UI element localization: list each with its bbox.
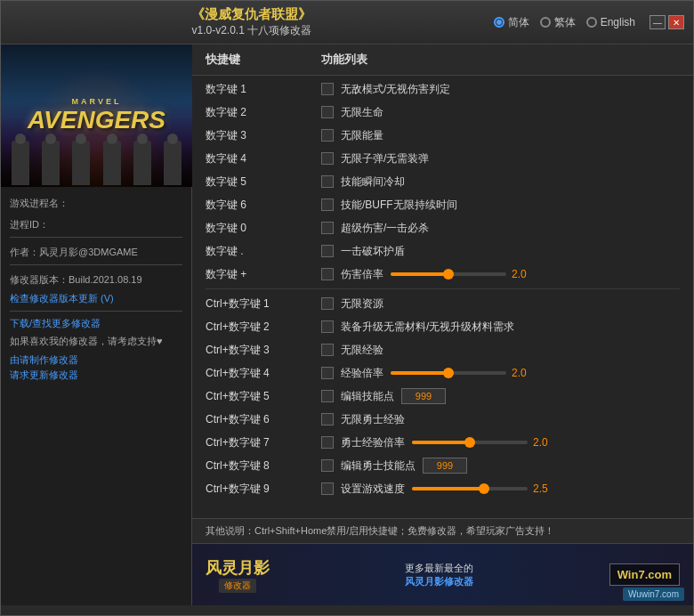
- table-row: Ctrl+数字键 6无限勇士经验: [192, 408, 693, 431]
- divider-1: [10, 237, 182, 238]
- hotkey-cell-8: 数字键 +: [206, 267, 321, 282]
- func-text-15: 无限勇士经验: [341, 412, 405, 427]
- banner-logo: 风灵月影 修改器: [206, 557, 270, 593]
- make-link[interactable]: 由请制作修改器: [10, 353, 182, 367]
- update-link[interactable]: 请求更新修改器: [10, 369, 182, 382]
- banner-ad-text: 更多最新最全的 风灵月影修改器: [283, 562, 596, 588]
- hotkey-cell-2: 数字键 3: [206, 128, 321, 143]
- table-row: Ctrl+数字键 7勇士经验倍率2.0: [192, 431, 693, 454]
- author-info: 作者：风灵月影@3DMGAME: [10, 243, 182, 259]
- hotkey-cell-12: Ctrl+数字键 3: [206, 343, 321, 358]
- func-cell-6: 超级伤害/一击必杀: [321, 221, 680, 236]
- slider-fill-8: [391, 272, 448, 276]
- radio-traditional-dot: [540, 17, 551, 28]
- checkbox-15[interactable]: [321, 413, 334, 426]
- avengers-logo: MARVEL AVENGERS: [28, 97, 165, 134]
- check-update-link[interactable]: 检查修改器版本更新 (V): [10, 292, 182, 305]
- minimize-button[interactable]: —: [650, 15, 666, 29]
- slider-container-16: 2.0: [412, 436, 555, 449]
- hotkey-cell-1: 数字键 2: [206, 105, 321, 120]
- slider-track-13[interactable]: [391, 371, 506, 375]
- lang-controls: 简体 繁体 English — ✕: [494, 15, 684, 30]
- table-row: 数字键 0超级伤害/一击必杀: [192, 216, 693, 239]
- slider-track-8[interactable]: [391, 272, 506, 276]
- footer-note-text: 其他说明：Ctrl+Shift+Home禁用/启用快捷键；免费修改器，希望玩家广…: [206, 525, 554, 536]
- hotkey-cell-6: 数字键 0: [206, 221, 321, 236]
- game-image: MARVEL AVENGERS: [1, 45, 192, 187]
- checkbox-3[interactable]: [321, 152, 334, 165]
- func-cell-18: 设置游戏速度2.5: [321, 482, 680, 497]
- table-row: 数字键 4无限子弹/无需装弹: [192, 147, 693, 170]
- check-update: 检查修改器版本更新 (V): [10, 292, 182, 305]
- footer-note: 其他说明：Ctrl+Shift+Home禁用/启用快捷键；免费修改器，希望玩家广…: [192, 518, 693, 543]
- lang-radio-group: 简体 繁体 English: [494, 15, 635, 30]
- checkbox-2[interactable]: [321, 129, 334, 142]
- col-func-header: 功能列表: [321, 52, 680, 68]
- input-checkbox-17[interactable]: [321, 459, 334, 472]
- process-info: 游戏进程名：: [10, 194, 182, 210]
- slider-thumb-8[interactable]: [443, 269, 454, 280]
- slider-checkbox-18[interactable]: [321, 482, 334, 495]
- checkbox-10[interactable]: [321, 297, 334, 310]
- func-cell-5: 技能/BUFF无限持续时间: [321, 198, 680, 213]
- lang-traditional[interactable]: 繁体: [540, 15, 576, 30]
- lang-english[interactable]: English: [586, 16, 635, 28]
- slider-label-18: 设置游戏速度: [341, 482, 405, 497]
- func-text-3: 无限子弹/无需装弹: [341, 151, 429, 166]
- table-row: Ctrl+数字键 3无限经验: [192, 338, 693, 361]
- input-checkbox-14[interactable]: [321, 390, 334, 402]
- hotkey-cell-10: Ctrl+数字键 1: [206, 296, 321, 312]
- row-separator-9: [206, 288, 680, 289]
- table-row: 数字键 5技能瞬间冷却: [192, 170, 693, 193]
- slider-fill-16: [412, 441, 470, 444]
- slider-thumb-13[interactable]: [443, 368, 454, 378]
- lang-english-label: English: [601, 16, 635, 28]
- checkbox-4[interactable]: [321, 175, 334, 188]
- slider-track-18[interactable]: [412, 487, 528, 490]
- slider-thumb-16[interactable]: [464, 437, 475, 448]
- slider-track-16[interactable]: [412, 441, 528, 444]
- banner-ad-line2: 风灵月影修改器: [283, 575, 596, 588]
- wuwin-badge: Wuwin7.com: [623, 588, 684, 601]
- wuwin-text: Wuwin7.com: [628, 589, 679, 599]
- hero-3: [72, 141, 90, 185]
- slider-thumb-18[interactable]: [479, 483, 489, 494]
- marvel-text: MARVEL: [28, 97, 165, 106]
- slider-container-8: 2.0: [391, 268, 534, 280]
- func-cell-16: 勇士经验倍率2.0: [321, 435, 680, 450]
- input-field-14[interactable]: [401, 388, 446, 404]
- checkbox-0[interactable]: [321, 83, 334, 95]
- close-button[interactable]: ✕: [668, 15, 684, 29]
- table-row: 数字键 .一击破坏护盾: [192, 239, 693, 263]
- banner-logo-sub: 修改器: [219, 579, 256, 593]
- hero-1: [12, 141, 29, 185]
- hotkey-cell-5: 数字键 6: [206, 198, 321, 213]
- info-section: 游戏进程名： 进程ID： 作者：风灵月影@3DMGAME 修改器版本：Build…: [1, 187, 191, 605]
- slider-value-16: 2.0: [533, 436, 555, 449]
- checkbox-11[interactable]: [321, 320, 334, 333]
- download-link[interactable]: 下载/查找更多修改器: [10, 317, 182, 330]
- slider-checkbox-16[interactable]: [321, 436, 334, 449]
- hero-2: [42, 141, 60, 185]
- func-cell-12: 无限经验: [321, 343, 680, 358]
- hotkey-cell-7: 数字键 .: [206, 244, 321, 259]
- func-cell-0: 无敌模式/无视伤害判定: [321, 82, 680, 97]
- checkbox-6[interactable]: [321, 222, 334, 234]
- checkbox-1[interactable]: [321, 106, 334, 118]
- hotkey-cell-13: Ctrl+数字键 4: [206, 366, 321, 381]
- func-text-2: 无限能量: [341, 128, 383, 143]
- hotkey-cell-4: 数字键 5: [206, 174, 321, 190]
- input-field-17[interactable]: [423, 458, 467, 474]
- slider-checkbox-8[interactable]: [321, 268, 334, 280]
- func-cell-13: 经验倍率2.0: [321, 366, 680, 381]
- title-center: 《漫威复仇者联盟》 v1.0-v2.0.1 十八项修改器: [10, 6, 494, 38]
- func-cell-10: 无限资源: [321, 296, 680, 312]
- checkbox-7[interactable]: [321, 245, 334, 257]
- checkbox-12[interactable]: [321, 344, 334, 356]
- checkbox-5[interactable]: [321, 199, 334, 211]
- hotkey-cell-0: 数字键 1: [206, 82, 321, 97]
- lang-simplified[interactable]: 简体: [494, 15, 529, 30]
- slider-checkbox-13[interactable]: [321, 367, 334, 379]
- sub-title: v1.0-v2.0.1 十八项修改器: [191, 23, 311, 38]
- func-cell-11: 装备升级无需材料/无视升级材料需求: [321, 320, 680, 335]
